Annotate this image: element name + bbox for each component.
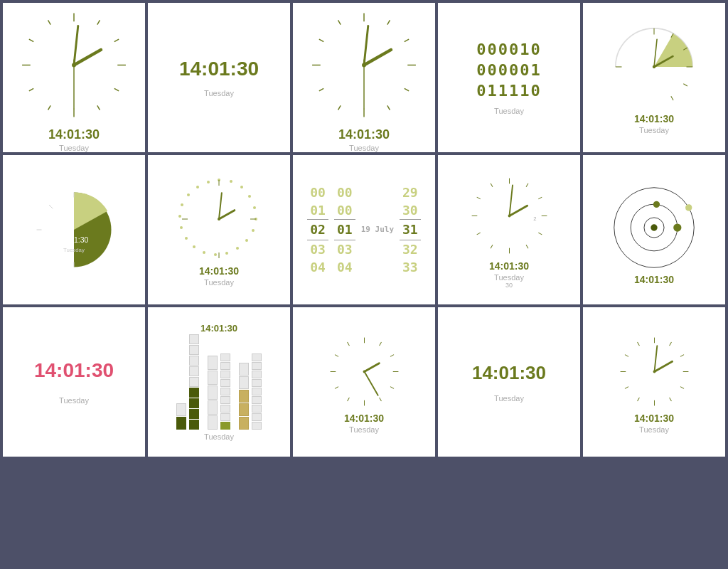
svg-line-121 <box>669 398 671 401</box>
svg-line-127 <box>654 346 657 371</box>
svg-line-80 <box>526 183 528 186</box>
svg-line-8 <box>48 105 51 110</box>
cell-slot: 00 01 02 03 04 00 00 01 03 04 19 July <box>293 155 435 304</box>
svg-line-122 <box>637 398 639 401</box>
cell-arc-clock: 14:01:30 Tuesday <box>583 3 725 152</box>
svg-line-37 <box>683 84 687 86</box>
svg-line-109 <box>335 354 338 356</box>
svg-line-23 <box>387 105 390 110</box>
svg-line-27 <box>338 20 341 24</box>
svg-point-75 <box>218 218 220 220</box>
day-display-5: Tuesday <box>639 126 669 134</box>
orbit-clock <box>601 174 707 281</box>
svg-line-10 <box>29 39 33 42</box>
dotted-clock <box>173 173 265 265</box>
cell-barchart: 14:01:30 <box>148 307 290 457</box>
binary-row-1: 000010 <box>476 41 541 58</box>
svg-line-74 <box>219 193 222 219</box>
svg-point-96 <box>653 201 660 208</box>
svg-point-57 <box>236 247 239 250</box>
analog-clock-9: 2 <box>465 171 554 260</box>
time-display-10: 14:01:30 <box>634 274 674 285</box>
cell-analog-2: 14:01:30 Tuesday <box>293 3 435 152</box>
svg-line-86 <box>476 197 480 199</box>
cell-digital-pink: 14:01:30 Tuesday <box>3 307 145 457</box>
day-display-7: Tuesday <box>204 278 234 287</box>
cell-analog-4: 14:01:30 Tuesday <box>293 307 435 457</box>
svg-line-25 <box>319 88 323 91</box>
svg-text:2: 2 <box>533 216 536 222</box>
svg-line-20 <box>387 20 390 24</box>
svg-line-28 <box>364 50 391 65</box>
halfmoon-clock: 14:01:30 Tuesday <box>24 180 124 280</box>
svg-line-87 <box>491 183 493 186</box>
svg-point-95 <box>651 224 657 230</box>
svg-point-128 <box>653 370 655 373</box>
svg-point-31 <box>362 63 366 68</box>
svg-point-51 <box>240 186 243 188</box>
svg-line-120 <box>680 386 684 388</box>
svg-line-83 <box>526 245 528 248</box>
day-display-1: Tuesday <box>59 144 89 152</box>
svg-line-29 <box>364 26 368 65</box>
cell-dotted: 14:01:30 Tuesday <box>148 155 290 304</box>
analog-clock-3 <box>293 3 435 127</box>
cell-digital-text: 14:01:30 Tuesday <box>148 3 290 152</box>
svg-line-21 <box>405 39 409 42</box>
svg-point-67 <box>196 186 199 188</box>
time-display-14: 14:01:30 <box>472 362 546 384</box>
svg-line-9 <box>29 88 33 91</box>
cell-analog-standard: 14:01:30 Tuesday <box>3 3 145 152</box>
svg-line-104 <box>390 354 394 356</box>
cell-binary: 000010 000001 011110 Tuesday <box>438 3 580 152</box>
svg-line-110 <box>347 342 349 346</box>
svg-point-52 <box>248 195 251 198</box>
svg-text:Tuesday: Tuesday <box>63 247 85 253</box>
svg-point-59 <box>214 253 217 256</box>
svg-point-56 <box>245 239 248 242</box>
svg-line-123 <box>625 386 628 388</box>
time-display-5: 14:01:30 <box>634 113 674 124</box>
svg-line-26 <box>319 39 323 42</box>
svg-line-111 <box>364 371 378 395</box>
time-display-2: 14:01:30 <box>179 58 259 80</box>
svg-line-22 <box>405 88 409 91</box>
svg-point-15 <box>72 63 76 68</box>
svg-point-113 <box>363 370 365 373</box>
day-display-13: Tuesday <box>349 425 379 434</box>
binary-row-3: 011110 <box>476 82 541 100</box>
svg-line-107 <box>347 398 349 401</box>
svg-line-11 <box>48 20 51 24</box>
svg-line-24 <box>338 105 341 110</box>
svg-line-112 <box>364 363 379 371</box>
svg-line-88 <box>509 185 513 216</box>
time-display-9: 14:01:30 <box>489 260 529 272</box>
arc-clock <box>608 21 700 113</box>
svg-line-125 <box>637 342 639 346</box>
svg-text:14:01:30: 14:01:30 <box>60 235 89 244</box>
svg-point-64 <box>178 215 181 218</box>
svg-line-6 <box>114 88 119 91</box>
svg-point-91 <box>508 214 510 217</box>
svg-line-106 <box>379 398 381 401</box>
day-display-15: Tuesday <box>639 425 669 434</box>
svg-line-73 <box>219 211 235 219</box>
time-display-3: 14:01:30 <box>338 127 390 142</box>
svg-line-4 <box>97 20 100 24</box>
time-display-1: 14:01:30 <box>48 127 100 142</box>
cell-digital-olive: 14:01:30 Tuesday <box>438 307 580 457</box>
cell-analog-3: 2 14:01:30 Tuesday 30 <box>438 155 580 304</box>
svg-point-63 <box>180 226 183 229</box>
time-display-13: 14:01:30 <box>344 413 384 424</box>
svg-line-12 <box>74 50 101 65</box>
svg-point-58 <box>225 252 228 255</box>
time-display-bar: 14:01:30 <box>200 323 237 334</box>
day-display-4: Tuesday <box>494 107 524 115</box>
svg-line-84 <box>491 245 493 248</box>
svg-line-13 <box>74 26 78 65</box>
day-display-bar: Tuesday <box>204 432 234 441</box>
day-display-3: Tuesday <box>349 144 379 152</box>
svg-point-50 <box>230 180 232 183</box>
cell-halfmoon: 14:01:30 Tuesday <box>3 155 145 304</box>
svg-line-118 <box>669 342 671 346</box>
